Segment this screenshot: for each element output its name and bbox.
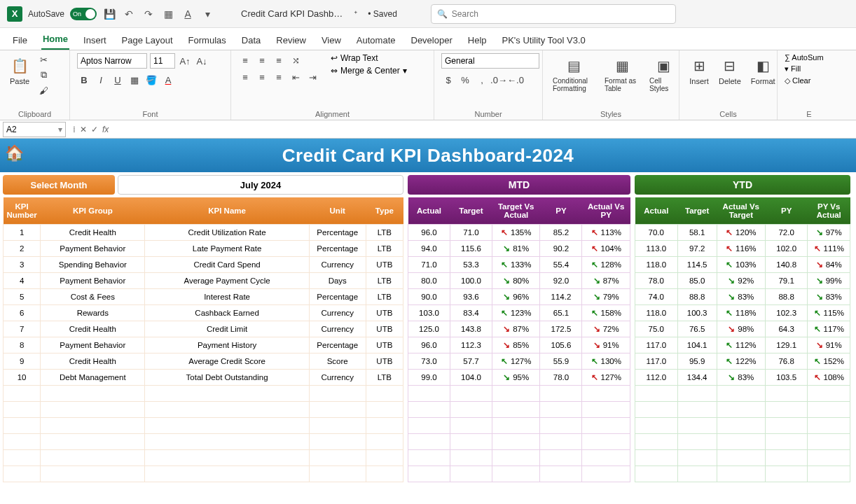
table-row[interactable] <box>635 449 850 465</box>
borders-icon[interactable]: ▦ <box>161 7 175 21</box>
decrease-decimal-icon[interactable]: ←.0 <box>509 73 523 87</box>
table-row[interactable]: 9Credit HealthAverage Credit ScoreScoreU… <box>4 353 403 369</box>
table-row[interactable]: 5Cost & FeesInterest RatePercentageLTB <box>4 288 403 304</box>
table-row[interactable]: 4Payment BehaviorAverage Payment CycleDa… <box>4 272 403 288</box>
table-row[interactable]: 125.0143.8 ↘87% 172.5 ↘72% <box>408 321 630 337</box>
table-row[interactable]: 2Payment BehaviorLate Payment RatePercen… <box>4 240 403 256</box>
table-row[interactable]: 117.0104.1 ↖112% 129.1 ↘91% <box>635 337 850 353</box>
tab-automate[interactable]: Automate <box>355 31 397 50</box>
conditional-formatting-button[interactable]: ▤Conditional Formatting <box>550 53 598 95</box>
table-row[interactable]: 70.058.1 ↖120% 72.0 ↘97% <box>635 224 850 240</box>
table-row[interactable] <box>408 449 630 465</box>
table-row[interactable]: 75.076.5 ↘98% 64.3 ↖117% <box>635 321 850 337</box>
table-row[interactable] <box>635 433 850 449</box>
table-row[interactable] <box>4 417 403 433</box>
formula-input[interactable] <box>113 122 856 137</box>
table-row[interactable]: 71.053.3 ↖133% 55.4 ↖128% <box>408 256 630 272</box>
format-painter-icon[interactable]: 🖌 <box>36 84 50 97</box>
cut-icon[interactable]: ✂ <box>36 53 50 66</box>
cell-styles-button[interactable]: ▣Cell Styles <box>647 53 680 95</box>
autosum-button[interactable]: ∑ AutoSum <box>785 53 824 62</box>
decrease-font-icon[interactable]: A↓ <box>195 54 209 68</box>
paste-button[interactable]: 📋Paste <box>7 53 32 88</box>
increase-decimal-icon[interactable]: .0→ <box>492 73 506 87</box>
selected-month[interactable]: July 2024 <box>118 175 403 195</box>
tab-page-layout[interactable]: Page Layout <box>120 31 174 50</box>
wrap-text-button[interactable]: ↩Wrap Text <box>331 53 407 63</box>
table-row[interactable] <box>4 401 403 417</box>
indent-icon[interactable]: ⇥ <box>305 70 319 84</box>
align-right-icon[interactable]: ≡ <box>272 70 286 84</box>
home-icon[interactable]: 🏠 <box>4 143 25 164</box>
select-month-button[interactable]: Select Month <box>3 175 115 195</box>
format-as-table-button[interactable]: ▦Format as Table <box>602 53 642 95</box>
name-box[interactable]: A2▾ <box>3 122 66 137</box>
table-row[interactable]: 96.071.0 ↖135% 85.2 ↖113% <box>408 224 630 240</box>
tab-review[interactable]: Review <box>275 31 308 50</box>
merge-center-button[interactable]: ⇔Merge & Center▾ <box>331 66 407 76</box>
borders-button[interactable]: ▦ <box>127 73 141 87</box>
table-row[interactable] <box>635 465 850 482</box>
cancel-formula-icon[interactable]: ✕ <box>80 125 87 134</box>
fill-color-button[interactable]: 🪣 <box>144 73 158 87</box>
table-row[interactable]: 73.057.7 ↖127% 55.9 ↖130% <box>408 353 630 369</box>
tab-view[interactable]: View <box>320 31 343 50</box>
table-row[interactable]: 94.0115.6 ↘81% 90.2 ↖104% <box>408 240 630 256</box>
increase-font-icon[interactable]: A↑ <box>178 54 192 68</box>
table-row[interactable] <box>408 385 630 401</box>
table-row[interactable]: 3Spending BehaviorCredit Card SpendCurre… <box>4 256 403 272</box>
align-center-icon[interactable]: ≡ <box>255 70 269 84</box>
redo-icon[interactable]: ↷ <box>141 7 156 21</box>
italic-button[interactable]: I <box>94 73 108 87</box>
table-row[interactable]: 74.088.8 ↘83% 88.8 ↘83% <box>635 288 850 304</box>
table-row[interactable]: 112.0134.4 ↘83% 103.5 ↖108% <box>635 369 850 385</box>
table-row[interactable]: 113.097.2 ↖116% 102.0 ↖111% <box>635 240 850 256</box>
table-row[interactable]: 90.093.6 ↘96% 114.2 ↘79% <box>408 288 630 304</box>
table-row[interactable]: 96.0112.3 ↘85% 105.6 ↘91% <box>408 337 630 353</box>
copy-icon[interactable]: ⧉ <box>36 69 50 81</box>
tab-file[interactable]: File <box>11 31 29 50</box>
table-row[interactable]: 7Credit HealthCredit LimitCurrencyUTB <box>4 321 403 337</box>
fill-button[interactable]: ▾ Fill <box>785 64 824 74</box>
font-color-icon[interactable]: A <box>181 7 195 21</box>
font-size-select[interactable] <box>150 53 175 69</box>
fx-icon[interactable]: fx <box>102 125 109 134</box>
font-color-button[interactable]: A <box>161 73 175 87</box>
currency-icon[interactable]: $ <box>441 73 455 87</box>
table-row[interactable] <box>408 417 630 433</box>
table-row[interactable]: 80.0100.0 ↘80% 92.0 ↘87% <box>408 272 630 288</box>
percent-icon[interactable]: % <box>458 73 472 87</box>
font-name-select[interactable] <box>77 53 147 69</box>
table-row[interactable] <box>635 417 850 433</box>
tab-pk-s-utility-tool-v3-0[interactable]: PK's Utility Tool V3.0 <box>501 31 587 50</box>
tab-help[interactable]: Help <box>467 31 488 50</box>
table-row[interactable]: 118.0100.3 ↖118% 102.3 ↖115% <box>635 304 850 321</box>
tab-developer[interactable]: Developer <box>410 31 454 50</box>
table-row[interactable]: 118.0114.5 ↖103% 140.8 ↘84% <box>635 256 850 272</box>
table-row[interactable]: 8Payment BehaviorPayment HistoryPercenta… <box>4 337 403 353</box>
outdent-icon[interactable]: ⇤ <box>289 70 303 84</box>
table-row[interactable] <box>4 385 403 401</box>
align-top-icon[interactable]: ≡ <box>238 53 252 67</box>
clear-button[interactable]: ◇ Clear <box>785 76 824 85</box>
table-row[interactable]: 1Credit HealthCredit Utilization RatePer… <box>4 224 403 240</box>
table-row[interactable] <box>4 433 403 449</box>
align-left-icon[interactable]: ≡ <box>238 70 252 84</box>
undo-icon[interactable]: ↶ <box>122 7 136 21</box>
save-icon[interactable]: 💾 <box>102 7 116 21</box>
formula-dropdown-icon[interactable]: ⁞ <box>73 125 76 134</box>
enter-formula-icon[interactable]: ✓ <box>91 125 98 134</box>
table-row[interactable]: 117.095.9 ↖122% 76.8 ↖152% <box>635 353 850 369</box>
tab-insert[interactable]: Insert <box>82 31 108 50</box>
table-row[interactable]: 99.0104.0 ↘95% 78.0 ↖127% <box>408 369 630 385</box>
tab-home[interactable]: Home <box>41 29 69 50</box>
search-input[interactable]: 🔍 Search <box>431 4 676 24</box>
number-format-select[interactable] <box>441 53 539 69</box>
insert-button[interactable]: ⊞Insert <box>686 53 712 88</box>
table-row[interactable] <box>408 433 630 449</box>
table-row[interactable]: 78.085.0 ↘92% 79.1 ↘99% <box>635 272 850 288</box>
comma-icon[interactable]: , <box>475 73 489 87</box>
table-row[interactable]: 10Debt ManagementTotal Debt OutstandingC… <box>4 369 403 385</box>
bold-button[interactable]: B <box>77 73 91 87</box>
autosave-toggle[interactable]: On <box>70 8 97 20</box>
